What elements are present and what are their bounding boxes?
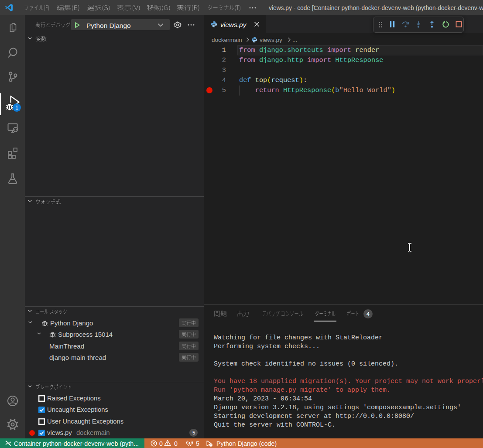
svg-text:1: 1 <box>15 105 18 111</box>
